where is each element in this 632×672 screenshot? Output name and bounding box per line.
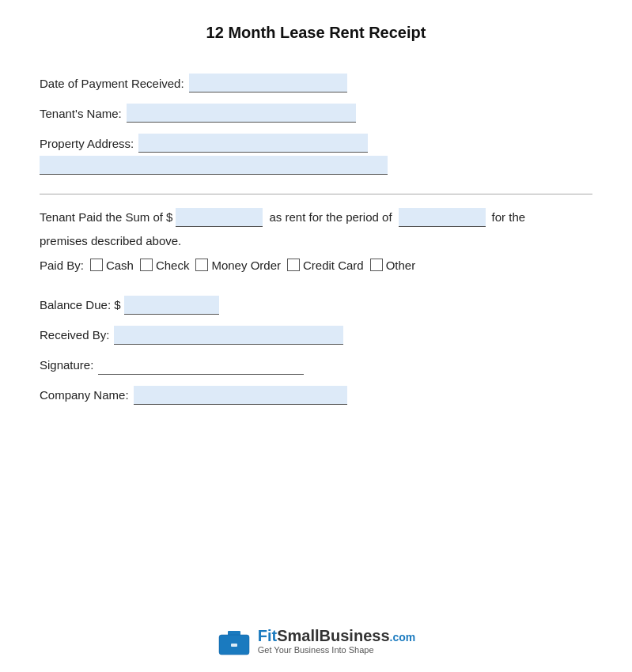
premises-text: premises described above. bbox=[40, 234, 592, 247]
signature-input[interactable] bbox=[98, 356, 304, 375]
credit-card-checkbox[interactable] bbox=[287, 259, 300, 271]
other-checkbox[interactable] bbox=[370, 259, 383, 271]
date-input[interactable] bbox=[189, 74, 347, 92]
money-order-option[interactable]: Money Order bbox=[195, 259, 281, 272]
page-container: 12 Month Lease Rent Receipt Date of Paym… bbox=[0, 0, 632, 672]
date-row: Date of Payment Received: bbox=[40, 74, 592, 92]
address-input-1[interactable] bbox=[138, 134, 368, 153]
company-input[interactable] bbox=[134, 386, 347, 405]
address-label: Property Address: bbox=[40, 137, 134, 150]
cash-checkbox[interactable] bbox=[90, 259, 103, 271]
money-order-label: Money Order bbox=[211, 259, 281, 272]
sum-row: Tenant Paid the Sum of $ as rent for the… bbox=[40, 207, 592, 228]
paid-by-label: Paid By: bbox=[40, 259, 84, 272]
other-label: Other bbox=[386, 259, 416, 272]
footer-tagline: Get Your Business Into Shape bbox=[258, 645, 415, 655]
sum-input[interactable] bbox=[176, 208, 263, 227]
address-input-2[interactable] bbox=[40, 156, 388, 175]
balance-row: Balance Due: $ bbox=[40, 296, 592, 315]
address-row: Property Address: bbox=[40, 134, 592, 175]
address-line1: Property Address: bbox=[40, 134, 368, 153]
date-label: Date of Payment Received: bbox=[40, 77, 184, 90]
check-option[interactable]: Check bbox=[140, 259, 190, 272]
footer-logo: FitSmallBusiness.com Get Your Business I… bbox=[217, 626, 415, 656]
sum-prefix: Tenant Paid the Sum of $ bbox=[40, 207, 172, 228]
svg-rect-7 bbox=[231, 644, 237, 647]
cash-label: Cash bbox=[106, 259, 134, 272]
tenant-input[interactable] bbox=[127, 104, 356, 123]
check-label: Check bbox=[156, 259, 190, 272]
footer: FitSmallBusiness.com Get Your Business I… bbox=[40, 602, 592, 656]
page-title: 12 Month Lease Rent Receipt bbox=[40, 24, 592, 42]
balance-label: Balance Due: $ bbox=[40, 298, 121, 311]
footer-brand: FitSmallBusiness.com bbox=[258, 626, 415, 645]
balance-input[interactable] bbox=[124, 296, 219, 315]
signature-label: Signature: bbox=[40, 358, 93, 372]
briefcase-icon bbox=[217, 626, 252, 656]
paid-by-row: Paid By: Cash Check Money Order Credit C… bbox=[40, 259, 592, 272]
cash-option[interactable]: Cash bbox=[90, 259, 134, 272]
period-input[interactable] bbox=[399, 208, 486, 227]
brand-business: Business bbox=[320, 627, 390, 644]
received-row: Received By: bbox=[40, 326, 592, 345]
tenant-label: Tenant's Name: bbox=[40, 107, 122, 120]
sum-mid: as rent for the period of bbox=[269, 207, 392, 228]
received-input[interactable] bbox=[114, 326, 343, 345]
brand-com: .com bbox=[390, 631, 416, 644]
tenant-row: Tenant's Name: bbox=[40, 104, 592, 123]
brand-small: Small bbox=[277, 627, 319, 644]
credit-card-label: Credit Card bbox=[303, 259, 364, 272]
brand-fit: Fit bbox=[258, 627, 277, 644]
company-row: Company Name: bbox=[40, 386, 592, 405]
received-label: Received By: bbox=[40, 328, 109, 342]
tagline-text: Get Your Business Into Shape bbox=[258, 645, 374, 655]
other-option[interactable]: Other bbox=[370, 259, 416, 272]
check-checkbox[interactable] bbox=[140, 259, 153, 271]
signature-row: Signature: bbox=[40, 356, 592, 375]
money-order-checkbox[interactable] bbox=[195, 259, 208, 271]
divider bbox=[40, 194, 592, 194]
credit-card-option[interactable]: Credit Card bbox=[287, 259, 364, 272]
sum-suffix: for the bbox=[492, 207, 526, 228]
footer-text: FitSmallBusiness.com Get Your Business I… bbox=[258, 626, 415, 655]
company-label: Company Name: bbox=[40, 388, 129, 402]
